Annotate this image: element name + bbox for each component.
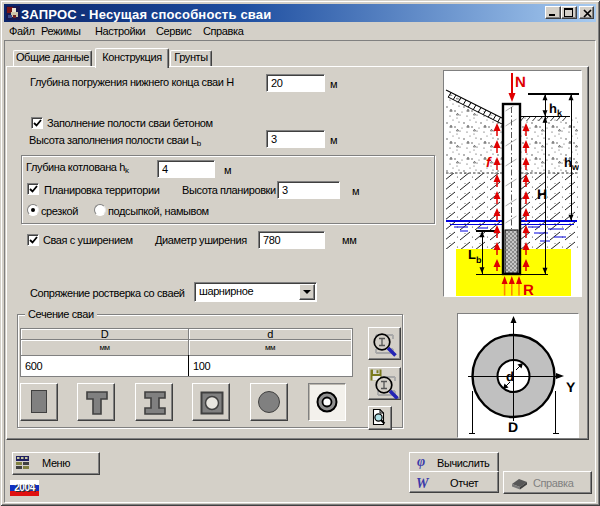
svg-text:d: d xyxy=(506,369,514,384)
svg-text:h: h xyxy=(549,101,557,116)
svg-text:H: H xyxy=(537,186,547,202)
svg-text:D: D xyxy=(508,419,518,435)
svg-text:R: R xyxy=(523,282,534,296)
svg-text:w: w xyxy=(571,162,579,172)
svg-text:Y: Y xyxy=(566,379,576,395)
svg-text:N: N xyxy=(515,74,525,91)
svg-text:L: L xyxy=(468,247,476,262)
svg-text:b: b xyxy=(476,255,482,265)
svg-text:h: h xyxy=(564,155,572,170)
